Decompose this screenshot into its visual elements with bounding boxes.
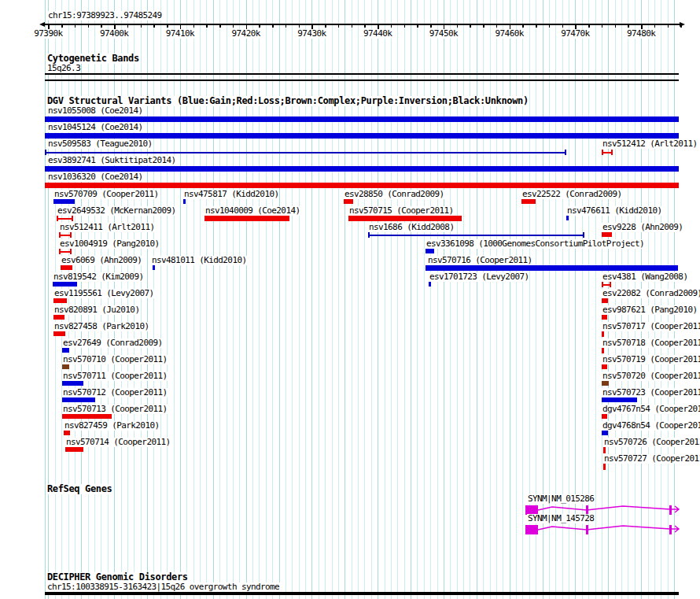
variant-label[interactable]: nsv570726 (Cooper2011) [603, 438, 700, 447]
variant-bar[interactable] [53, 331, 65, 336]
variant-bracket-bar[interactable] [57, 216, 73, 221]
variant-bar[interactable] [64, 431, 70, 435]
variant-label[interactable]: nsv1055008 (Coe2014) [47, 106, 143, 116]
variant-label[interactable]: nsv827459 (Park2010) [64, 421, 160, 431]
cytoband-bar[interactable] [45, 73, 679, 75]
cytoband-label[interactable]: 15q26.3 [46, 64, 81, 73]
variant-bar[interactable] [602, 298, 608, 303]
variant-label[interactable]: nsv570723 (Cooper2011) [602, 388, 700, 397]
variant-label[interactable]: nsv570713 (Cooper2011) [62, 405, 168, 414]
variant-label[interactable]: nsv570709 (Cooper2011) [53, 190, 160, 199]
grid-line [141, 0, 142, 599]
variant-bar[interactable] [602, 331, 604, 337]
variant-bar[interactable] [45, 116, 679, 122]
gene-label[interactable]: SYNM|NM_145728 [527, 514, 595, 523]
variant-bar[interactable] [348, 216, 462, 221]
variant-bar[interactable] [603, 447, 606, 453]
variant-bar[interactable] [602, 364, 607, 369]
variant-label[interactable]: nsv570710 (Cooper2011) [62, 355, 168, 364]
variant-bracket-bar[interactable] [602, 150, 613, 155]
variant-label[interactable]: nsv475817 (Kidd2010) [183, 190, 279, 199]
variant-label[interactable]: nsv570712 (Cooper2011) [62, 388, 168, 397]
variant-bar[interactable] [153, 265, 155, 270]
variant-bar[interactable] [45, 166, 679, 172]
variant-bar[interactable] [45, 183, 679, 188]
variant-bracket-bar[interactable] [45, 150, 566, 155]
variant-label[interactable]: nsv827458 (Park2010) [53, 322, 149, 331]
variant-bar[interactable] [521, 199, 536, 204]
variant-label[interactable]: esv2649532 (McKernan2009) [57, 206, 177, 216]
variant-label[interactable]: nsv570717 (Cooper2011) [602, 322, 700, 331]
variant-label[interactable]: dgv4768n54 (Cooper2011) [602, 421, 700, 431]
variant-label[interactable]: nsv512411 (Arlt2011) [59, 223, 155, 232]
variant-bracket-bar[interactable] [602, 282, 611, 287]
variant-bar[interactable] [53, 282, 77, 287]
variant-label[interactable]: nsv1045124 (Coe2014) [47, 123, 143, 132]
variant-bar[interactable] [204, 216, 289, 221]
variant-bar[interactable] [45, 133, 679, 139]
variant-bar[interactable] [53, 298, 67, 303]
variant-label[interactable]: esv1004919 (Pang2010) [59, 239, 160, 249]
variant-label[interactable]: nsv1036320 (Coe2014) [47, 172, 143, 182]
variant-bar[interactable] [61, 265, 72, 270]
variant-bar[interactable] [602, 315, 607, 320]
variant-label[interactable]: esv3892741 (Suktitipat2014) [47, 156, 177, 165]
variant-label[interactable]: esv27649 (Conrad2009) [62, 338, 163, 348]
variant-label[interactable]: esv22082 (Conrad2009) [602, 289, 700, 298]
variant-label[interactable]: esv9228 (Ahn2009) [602, 223, 683, 232]
variant-label[interactable]: esv987621 (Pang2010) [602, 305, 698, 315]
variant-bar[interactable] [183, 199, 186, 204]
variant-label[interactable]: esv3361098 (1000GenomesConsortiumPilotPr… [426, 239, 645, 249]
variant-label[interactable]: nsv820891 (Ju2010) [53, 305, 140, 315]
variant-label[interactable]: nsv570715 (Cooper2011) [348, 206, 455, 216]
variant-label[interactable]: nsv1040009 (Coe2014) [204, 206, 300, 216]
variant-bar[interactable] [566, 216, 569, 220]
variant-label[interactable]: esv4381 (Wang2008) [602, 272, 688, 282]
variant-label[interactable]: nsv570714 (Cooper2011) [65, 438, 171, 447]
variant-label[interactable]: esv28850 (Conrad2009) [344, 190, 444, 199]
variant-label[interactable]: nsv819542 (Kim2009) [53, 272, 144, 282]
decipher-region-bar[interactable] [45, 592, 679, 595]
variant-bar[interactable] [53, 199, 75, 204]
variant-bar[interactable] [426, 249, 434, 253]
variant-bar[interactable] [426, 265, 678, 271]
variant-bracket-bar[interactable] [368, 232, 584, 238]
variant-label[interactable]: esv1701723 (Levy2007) [429, 272, 529, 282]
variant-label[interactable]: nsv476611 (Kidd2010) [566, 206, 662, 216]
variant-label[interactable]: nsv481011 (Kidd2010) [151, 256, 247, 265]
variant-bar[interactable] [429, 282, 431, 287]
variant-bar[interactable] [602, 348, 604, 353]
gene-model[interactable] [521, 523, 683, 536]
variant-label[interactable]: esv22522 (Conrad2009) [521, 190, 622, 199]
variant-label[interactable]: nsv512412 (Arlt2011) [602, 139, 698, 149]
variant-bracket-bar[interactable] [59, 249, 72, 254]
variant-label[interactable]: nsv570711 (Cooper2011) [62, 372, 168, 381]
decipher-entry-label[interactable]: chr15:100338915-3163423|15q26 overgrowth… [46, 582, 280, 592]
variant-bar[interactable] [602, 414, 607, 419]
variant-label[interactable]: nsv509583 (Teague2010) [47, 139, 153, 149]
variant-bar[interactable] [62, 348, 69, 353]
variant-bracket-bar[interactable] [59, 232, 72, 238]
variant-label[interactable]: nsv570718 (Cooper2011) [602, 338, 700, 348]
variant-bar[interactable] [602, 232, 612, 237]
variant-bar[interactable] [603, 464, 606, 470]
variant-label[interactable]: nsv570720 (Cooper2011) [602, 372, 700, 381]
variant-label[interactable]: esv1195561 (Levy2007) [53, 289, 154, 298]
variant-label[interactable]: nsv570716 (Cooper2011) [427, 256, 533, 265]
variant-label[interactable]: esv6069 (Ahn2009) [61, 256, 142, 265]
variant-bar[interactable] [602, 431, 608, 435]
variant-label[interactable]: nsv1686 (Kidd2008) [368, 223, 455, 232]
variant-bar[interactable] [602, 381, 609, 386]
variant-bar[interactable] [62, 364, 69, 369]
variant-bar[interactable] [62, 381, 83, 386]
variant-bar[interactable] [62, 397, 95, 402]
variant-bar[interactable] [344, 199, 353, 204]
variant-bar[interactable] [602, 397, 637, 402]
variant-bar[interactable] [53, 315, 64, 320]
variant-label[interactable]: nsv570719 (Cooper2011) [602, 355, 700, 364]
variant-bar[interactable] [65, 447, 83, 452]
variant-label[interactable]: dgv4767n54 (Cooper2011) [602, 405, 700, 414]
variant-bar[interactable] [62, 414, 112, 419]
gene-label[interactable]: SYNM|NM_015286 [527, 494, 595, 504]
variant-label[interactable]: nsv570727 (Cooper2011) [603, 454, 700, 464]
